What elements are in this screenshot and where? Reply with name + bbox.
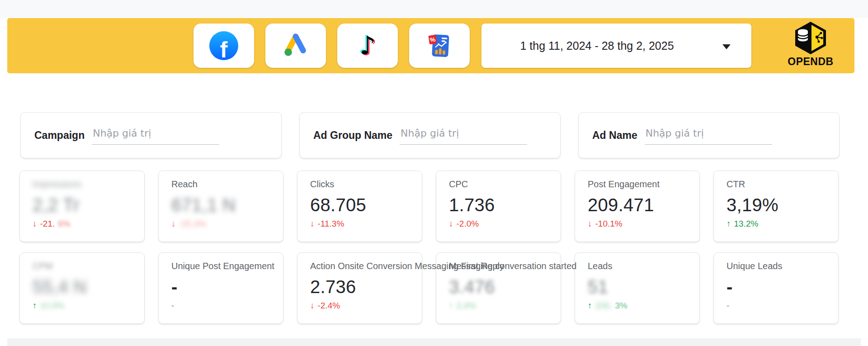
chevron-down-icon bbox=[722, 44, 731, 49]
campaign-filter: Campaign bbox=[20, 112, 282, 158]
kpi-value: 1.736 bbox=[449, 195, 561, 214]
ads-report-filter-button[interactable]: % bbox=[409, 24, 470, 68]
dashboard-page: f ♪ bbox=[0, 0, 868, 346]
header-bar: f ♪ bbox=[7, 18, 854, 73]
kpi-label: Post Engagement bbox=[588, 179, 660, 190]
kpi-label: Unique Leads bbox=[726, 261, 782, 271]
ads-report-icon: % bbox=[425, 32, 453, 60]
platform-tiles: f ♪ bbox=[193, 24, 470, 68]
kpi-card-unique-leads: Unique Leads - - bbox=[713, 252, 839, 324]
kpi-value: 671,1 N bbox=[171, 195, 283, 214]
kpi-label: Unique Post Engagement bbox=[171, 261, 274, 271]
kpi-label: CTR bbox=[726, 179, 745, 190]
kpi-card-post-engagement: Post Engagement 209.471 ↓ -10.1% bbox=[575, 171, 700, 242]
kpi-row-1: Impressions 2,2 Tr ↓ -21. 6% Reach 671,1… bbox=[19, 171, 839, 242]
up-arrow-icon: ↑ bbox=[449, 301, 453, 311]
kpi-change: ↓ -21. 6% bbox=[33, 219, 144, 229]
kpi-change: ↑ 2,4% bbox=[449, 301, 561, 311]
kpi-card-action-onsite-conversion: Action Onsite Conversion Messaging First… bbox=[297, 252, 422, 324]
kpi-card-cpc: CPC 1.736 ↓ -2.0% bbox=[436, 171, 561, 242]
kpi-value: 55,4 N bbox=[33, 277, 144, 296]
filter-row: Campaign Ad Group Name Ad Name bbox=[20, 112, 840, 158]
up-arrow-icon: ↑ bbox=[726, 219, 731, 229]
date-range-label: 1 thg 11, 2024 - 28 thg 2, 2025 bbox=[520, 39, 674, 52]
down-arrow-icon: ↓ bbox=[588, 219, 592, 229]
kpi-value: 2.736 bbox=[310, 277, 422, 296]
ad-group-name-filter-label: Ad Group Name bbox=[313, 129, 392, 142]
kpi-change: ↓ -25,3% bbox=[171, 219, 283, 229]
kpi-row-2: CPM 55,4 N ↑ 10,9% Unique Post Engagemen… bbox=[19, 252, 839, 324]
kpi-change: - bbox=[726, 301, 838, 311]
kpi-label: Impressions bbox=[33, 179, 81, 190]
kpi-value: - bbox=[726, 277, 838, 296]
facebook-filter-button[interactable]: f bbox=[193, 24, 254, 68]
kpi-label: CPC bbox=[449, 179, 468, 190]
down-arrow-icon: ↓ bbox=[449, 219, 453, 229]
campaign-filter-input[interactable] bbox=[92, 126, 219, 145]
down-arrow-icon: ↓ bbox=[310, 301, 315, 311]
kpi-card-leads: Leads 51 ↑ 206, 3% bbox=[575, 252, 700, 324]
kpi-value: 209.471 bbox=[588, 195, 699, 214]
ad-group-name-filter-input[interactable] bbox=[400, 126, 527, 145]
google-ads-filter-button[interactable] bbox=[265, 24, 326, 68]
svg-text:%: % bbox=[429, 36, 436, 44]
facebook-icon: f bbox=[209, 31, 238, 60]
kpi-label: Leads bbox=[588, 261, 613, 271]
up-arrow-icon: ↑ bbox=[588, 301, 592, 311]
opendb-logo-text: OPENDB bbox=[788, 56, 833, 68]
ad-name-filter-label: Ad Name bbox=[592, 129, 637, 142]
top-strip bbox=[0, 0, 868, 18]
kpi-card-messaging-conversation-started: Messaging conversation started 3.476 ↑ 2… bbox=[436, 252, 561, 324]
kpi-change: ↑ 10,9% bbox=[33, 301, 144, 311]
ad-name-filter: Ad Name bbox=[578, 112, 840, 158]
kpi-label: Messaging conversation started bbox=[449, 261, 576, 271]
kpi-card-unique-post-engagement: Unique Post Engagement - - bbox=[158, 252, 283, 324]
kpi-change: - bbox=[171, 301, 283, 311]
date-range-selector[interactable]: 1 thg 11, 2024 - 28 thg 2, 2025 bbox=[481, 24, 751, 68]
down-arrow-icon: ↓ bbox=[33, 219, 37, 229]
up-arrow-icon: ↑ bbox=[33, 301, 37, 311]
ad-group-name-filter: Ad Group Name bbox=[299, 112, 561, 158]
kpi-change: ↑ 206, 3% bbox=[588, 301, 699, 311]
kpi-change: ↓ -10.1% bbox=[588, 219, 699, 229]
kpi-change: ↓ -2.0% bbox=[449, 219, 561, 229]
down-arrow-icon: ↓ bbox=[171, 219, 176, 229]
opendb-logo-icon bbox=[792, 21, 830, 55]
ad-name-filter-input[interactable] bbox=[645, 126, 772, 145]
tiktok-icon: ♪ bbox=[359, 33, 376, 58]
kpi-card-cpm: CPM 55,4 N ↑ 10,9% bbox=[19, 252, 145, 324]
kpi-change: ↑ 13.2% bbox=[726, 219, 838, 229]
bottom-strip bbox=[7, 338, 861, 346]
kpi-value: 3.476 bbox=[449, 277, 561, 296]
kpi-label: Clicks bbox=[310, 179, 334, 190]
kpi-value: 68.705 bbox=[310, 195, 422, 214]
kpi-card-impressions: Impressions 2,2 Tr ↓ -21. 6% bbox=[19, 171, 145, 242]
kpi-value: 2,2 Tr bbox=[33, 195, 144, 214]
kpi-label: Reach bbox=[171, 179, 198, 190]
tiktok-filter-button[interactable]: ♪ bbox=[337, 24, 398, 68]
kpi-label: CPM bbox=[33, 261, 52, 271]
down-arrow-icon: ↓ bbox=[310, 219, 315, 229]
opendb-logo: OPENDB bbox=[772, 21, 849, 68]
kpi-value: - bbox=[171, 277, 283, 296]
kpi-card-reach: Reach 671,1 N ↓ -25,3% bbox=[158, 171, 283, 242]
kpi-value: 51 bbox=[588, 277, 699, 296]
campaign-filter-label: Campaign bbox=[34, 129, 85, 142]
kpi-change: ↓ -11.3% bbox=[310, 219, 422, 229]
google-ads-icon bbox=[282, 32, 310, 60]
kpi-value: 3,19% bbox=[726, 195, 838, 214]
kpi-card-clicks: Clicks 68.705 ↓ -11.3% bbox=[297, 171, 422, 242]
kpi-card-ctr: CTR 3,19% ↑ 13.2% bbox=[713, 171, 839, 242]
kpi-change: ↓ -2.4% bbox=[310, 301, 422, 311]
